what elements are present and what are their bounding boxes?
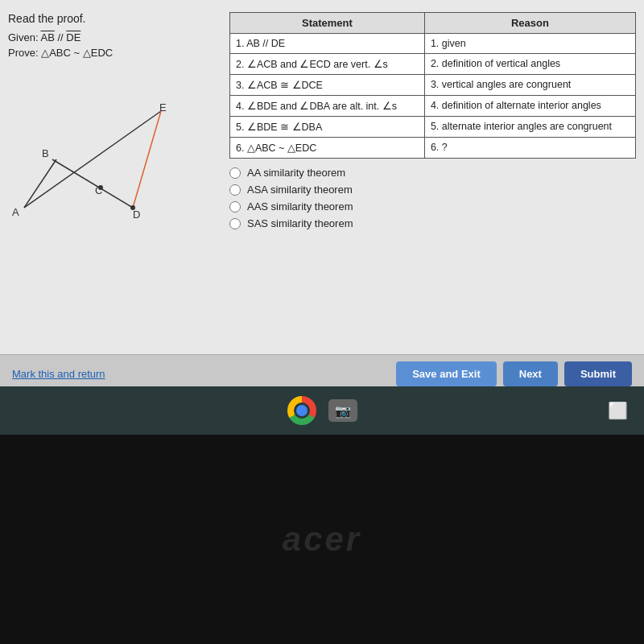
- statement-cell-6: 6. △ABC ~ △EDC: [230, 138, 425, 159]
- mark-return-link[interactable]: Mark this and return: [12, 368, 105, 380]
- right-panel: Statement Reason 1. AB // DE1. given2. ∠…: [229, 12, 636, 346]
- statement-cell-5: 5. ∠BDE ≅ ∠DBA: [230, 117, 425, 138]
- submit-button[interactable]: Submit: [564, 361, 632, 386]
- statement-cell-4: 4. ∠BDE and ∠DBA are alt. int. ∠s: [230, 96, 425, 117]
- svg-line-2: [24, 159, 56, 208]
- button-group: Save and Exit Next Submit: [396, 361, 632, 386]
- table-row: 5. ∠BDE ≅ ∠DBA5. alternate interior angl…: [230, 117, 636, 138]
- acer-logo: acer: [283, 520, 361, 559]
- table-row: 6. △ABC ~ △EDC6. ?: [230, 138, 636, 159]
- reason-cell-3: 3. vertical angles are congruent: [424, 75, 635, 96]
- svg-point-5: [130, 205, 135, 210]
- reason-cell-2: 2. definition of vertical angles: [424, 54, 635, 75]
- left-panel: Read the proof. Given: AB // DE Prove: △…: [8, 12, 217, 346]
- label-asa: ASA similarity theorem: [247, 184, 353, 196]
- reason-cell-6: 6. ?: [424, 138, 635, 159]
- dark-area: acer: [0, 435, 644, 644]
- label-aas: AAS similarity theorem: [247, 200, 353, 213]
- label-d: D: [133, 208, 140, 221]
- table-row: 4. ∠BDE and ∠DBA are alt. int. ∠s4. defi…: [230, 96, 636, 117]
- svg-line-3: [133, 111, 161, 208]
- reason-cell-4: 4. definition of alternate interior angl…: [424, 96, 635, 117]
- chrome-icon[interactable]: [287, 396, 316, 425]
- col-reason-header: Reason: [424, 13, 635, 34]
- diagram-svg: A B C D E: [8, 67, 185, 228]
- table-row: 1. AB // DE1. given: [230, 34, 636, 54]
- statement-cell-1: 1. AB // DE: [230, 34, 425, 54]
- prove-statement: Prove: △ABC ~ △EDC: [8, 47, 217, 59]
- label-aa: AA similarity theorem: [247, 167, 345, 179]
- taskbar: 📷 ⬜: [0, 386, 644, 435]
- proof-table: Statement Reason 1. AB // DE1. given2. ∠…: [229, 12, 636, 159]
- answer-choice-sas[interactable]: SAS similarity theorem: [229, 217, 636, 229]
- answer-choice-asa[interactable]: ASA similarity theorem: [229, 184, 636, 196]
- given-statement: Given: AB // DE: [8, 31, 217, 43]
- reason-cell-5: 5. alternate interior angles are congrue…: [424, 117, 635, 138]
- next-button[interactable]: Next: [503, 361, 558, 386]
- bottom-bar: Mark this and return Save and Exit Next …: [0, 354, 644, 386]
- col-statement-header: Statement: [230, 13, 425, 34]
- given-ab: AB: [40, 31, 54, 43]
- table-row: 3. ∠ACB ≅ ∠DCE3. vertical angles are con…: [230, 75, 636, 96]
- label-sas: SAS similarity theorem: [247, 217, 353, 229]
- label-e: E: [159, 101, 167, 114]
- statement-cell-2: 2. ∠ACB and ∠ECD are vert. ∠s: [230, 54, 425, 75]
- screen-icon: ⬜: [608, 401, 628, 420]
- read-proof-label: Read the proof.: [8, 12, 217, 25]
- svg-line-0: [24, 111, 161, 208]
- camera-symbol: 📷: [335, 403, 351, 419]
- answer-choice-aas[interactable]: AAS similarity theorem: [229, 200, 636, 213]
- radio-asa[interactable]: [229, 184, 241, 196]
- radio-aas[interactable]: [229, 201, 241, 213]
- answer-choices: AA similarity theorem ASA similarity the…: [229, 167, 636, 229]
- answer-choice-aa[interactable]: AA similarity theorem: [229, 167, 636, 179]
- given-de: DE: [66, 31, 80, 43]
- table-row: 2. ∠ACB and ∠ECD are vert. ∠s2. definiti…: [230, 54, 636, 75]
- camera-icon[interactable]: 📷: [328, 399, 357, 422]
- svg-line-1: [52, 159, 133, 208]
- save-exit-button[interactable]: Save and Exit: [396, 361, 497, 386]
- svg-point-4: [98, 185, 103, 190]
- geometry-diagram: A B C D E: [8, 67, 185, 228]
- reason-cell-1: 1. given: [424, 34, 635, 54]
- radio-aa[interactable]: [229, 167, 241, 179]
- parallel-symbol: //: [57, 31, 66, 43]
- statement-cell-3: 3. ∠ACB ≅ ∠DCE: [230, 75, 425, 96]
- label-a: A: [12, 206, 19, 218]
- radio-sas[interactable]: [229, 218, 241, 229]
- label-b: B: [42, 147, 49, 159]
